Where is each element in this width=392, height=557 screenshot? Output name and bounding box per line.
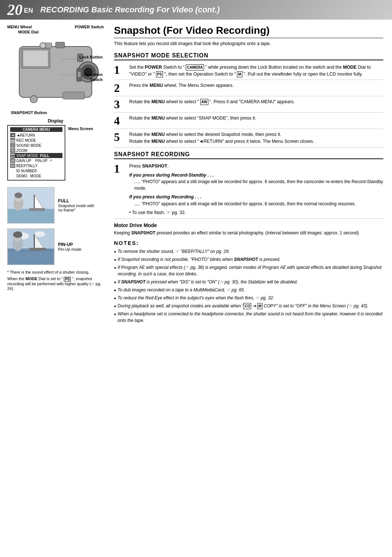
display-section: Display CAMERA MENU ◄ ◄RETURN ▬▬ REC MOD… [7,118,104,181]
page-suffix: EN [24,7,33,15]
snapshot-step-1: 1 Press SNAPSHOT. If you press during Re… [114,163,383,219]
menu-item-demo-mode: DEMO. MODE [10,173,62,178]
note-5: To dub images recorded on a tape to a Mu… [114,287,383,293]
camera-top-labels: MENU Wheel POWER Switch [7,25,104,29]
snapshot-step-1-content: Press SNAPSHOT. If you press during Reco… [129,163,383,216]
step-4-number: 4 [114,115,126,126]
page-title: Snapshot (For Video Recording) [114,25,383,38]
menu-screen-header: CAMERA MENU [10,127,62,132]
menu-item-rec-mode: ▬▬ REC MODE [10,138,62,143]
photo-pinup-image [7,229,54,265]
menu-screen-area: CAMERA MENU ◄ ◄RETURN ▬▬ REC MODE ♪ SOUN… [7,125,104,181]
step-5-number: 5 [114,131,126,143]
sound-icon: ♪ [10,143,15,148]
aw-icon: AW [10,153,15,158]
zoom-icon: ⊕ [10,148,15,153]
note-3: If Program AE with special effects (☞ pg… [114,264,383,277]
camera-illustration: Lock Button OperationSwitch [8,36,103,108]
snapshot-button-label: SNAPSHOT Button [11,110,104,115]
snapshot-mode-selection-header: SNAPSHOT MODE SELECTION [114,52,383,60]
footer-note: * There is the sound effect of a shutter… [7,270,104,291]
power-switch-label: POWER Switch [75,25,104,29]
photo-full-svg [8,187,54,223]
snapshot-mode-steps: 1 Set the POWER Switch to " CAMERA " whi… [114,64,383,148]
menu-screen-label: Menu Screen [68,126,93,131]
snapshot-step-1-number: 1 [114,163,126,174]
note-6: To reduce the Red-Eye effect in the subj… [114,295,383,301]
notes-list: To remove the shutter sound, ☞ "BEEP/TAL… [114,248,383,324]
svg-point-23 [15,193,23,198]
note-4: If SNAPSHOT is pressed when "DIS" is set… [114,279,383,285]
blank-icon1 [10,169,15,173]
step-3: 3 Rotate the MENU wheel to select " AW "… [114,98,383,113]
m-icon: M [10,158,15,163]
step-3-content: Rotate the MENU wheel to select " AW ". … [129,98,383,105]
menu-item-beep: CD BEEP/TALLY [10,163,62,168]
menu-item-snap-mode: AW SNAP MODE FULL [10,153,62,158]
mode-dial-label: MODE Dial [18,30,104,34]
note-1: To remove the shutter sound, ☞ "BEEP/TAL… [114,248,383,255]
intro-text: This feature lets you record still image… [114,40,383,47]
photo-full-image [7,187,54,223]
svg-rect-7 [56,42,65,48]
photo-samples: FULL Snapshot mode with no frame* [7,187,104,265]
blank-icon2 [10,174,15,178]
menu-screen-box: CAMERA MENU ◄ ◄RETURN ▬▬ REC MODE ♪ SOUN… [7,125,65,181]
step-2-content: Press the MENU wheel. The Menu Screen ap… [129,82,383,89]
menu-item-zoom: ⊕ ZOOM [10,148,62,153]
svg-point-8 [40,43,46,48]
menu-item-gain-up: M GAIN UP PIN-UP ↗ [10,158,62,163]
left-column: MENU Wheel POWER Switch MODE Dial [0,20,109,330]
display-title: Display [7,118,104,124]
photo-pinup-svg [8,229,54,265]
step-1-number: 1 [114,64,126,76]
right-column: Snapshot (For Video Recording) This feat… [109,20,392,330]
note-8: When a headphone set is connected to the… [114,311,383,324]
menu-wheel-label: MENU Wheel [7,25,32,29]
menu-item-sound-mode: ♪ SOUND MODE [10,143,62,148]
film-icon: ▬▬ [10,138,15,142]
return-icon: ◄ [10,133,15,137]
svg-rect-27 [8,249,54,265]
step-3-number: 3 [114,98,126,110]
photo-pinup-label: PIN-UP Pin-Up mode [58,242,81,251]
step-5: 5 Rotate the MENU wheel to select the de… [114,131,383,148]
note-7: During playback as well, all snapshot mo… [114,303,383,309]
cd-icon: CD [10,164,15,168]
lock-button-label: Lock Button [79,55,103,60]
snapshot-recording-steps: 1 Press SNAPSHOT. If you press during Re… [114,163,383,219]
svg-rect-30 [29,248,46,251]
menu-item-id-number: ID NUMBER [10,168,62,173]
svg-rect-13 [63,92,85,99]
header-title-recording: RECORDING [40,5,89,14]
motor-drive-mode-text: Keeping SNAPSHOT pressed provides an eff… [114,230,383,236]
camera-diagram: MENU Wheel POWER Switch MODE Dial [7,25,104,115]
page-header: 20 EN RECORDING Basic Recording For Vide… [0,0,392,20]
svg-rect-20 [29,208,45,211]
step-1-content: Set the POWER Switch to " CAMERA " while… [129,64,383,78]
notes-header: NOTES: [114,240,383,246]
main-layout: MENU Wheel POWER Switch MODE Dial [0,20,392,330]
sub-step-record-standby: If you press during Record-Standby . . .… [129,172,383,192]
header-title-rest: Basic Recording For Video (cont.) [89,5,220,14]
page-number: 20 [7,1,23,19]
svg-point-12 [30,96,37,103]
sub-step-recording: If you press during Recording . . . ....… [129,194,383,207]
step-1: 1 Set the POWER Switch to " CAMERA " whi… [114,64,383,80]
note-2: If Snapshot recording is not possible, "… [114,256,383,263]
step-2: 2 Press the MENU wheel. The Menu Screen … [114,82,383,96]
menu-item-return: ◄ ◄RETURN [10,133,62,138]
header-title: RECORDING Basic Recording For Video (con… [40,5,220,15]
svg-rect-29 [34,234,35,249]
svg-rect-5 [23,50,48,66]
photo-full-label: FULL Snapshot mode with no frame* [58,198,94,212]
svg-rect-11 [78,72,81,77]
snapshot-recording-header: SNAPSHOT RECORDING [114,151,383,159]
motor-drive-mode-title: Motor Drive Mode [114,222,383,228]
operation-switch-label: OperationSwitch [84,72,103,82]
photo-sample-full: FULL Snapshot mode with no frame* [7,187,104,223]
step-4-content: Rotate the MENU wheel to select "SNAP MO… [129,115,383,122]
step-4: 4 Rotate the MENU wheel to select "SNAP … [114,115,383,129]
step-5-content: Rotate the MENU wheel to select the desi… [129,131,383,145]
photo-sample-pinup: PIN-UP Pin-Up mode [7,229,104,265]
